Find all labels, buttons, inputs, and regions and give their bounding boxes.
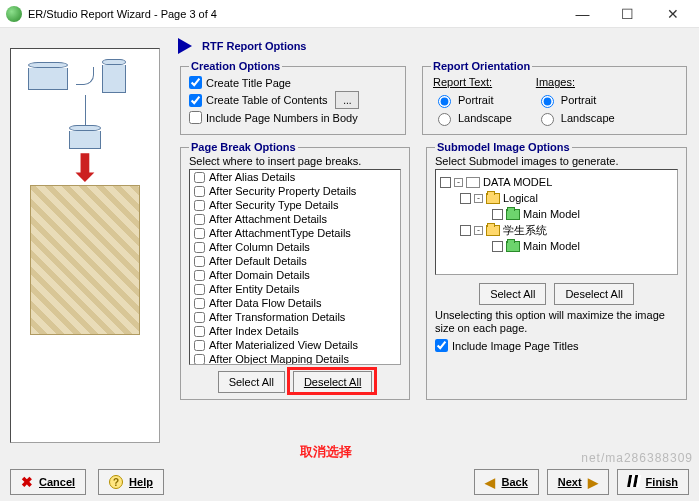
cancel-icon: ✖: [21, 474, 33, 490]
next-arrow-icon: ▶: [588, 475, 598, 490]
maximize-button[interactable]: ☐: [605, 3, 650, 25]
page-break-select-all-button[interactable]: Select All: [218, 371, 285, 393]
page-break-list[interactable]: After Alias DetailsAfter Security Proper…: [189, 169, 401, 365]
submodel-legend: Submodel Image Options: [435, 141, 572, 153]
report-text-label: Report Text:: [433, 76, 512, 88]
titlebar: ER/Studio Report Wizard - Page 3 of 4 — …: [0, 0, 699, 28]
submodel-note: Unselecting this option will maximize th…: [435, 309, 678, 335]
page-title: RTF Report Options: [202, 40, 307, 52]
finish-flag-icon: [626, 475, 640, 489]
page-break-item[interactable]: After Data Flow Details: [190, 296, 400, 310]
submodel-deselect-all-button[interactable]: Deselect All: [554, 283, 633, 305]
help-icon: ?: [109, 475, 123, 489]
report-orientation-group: Report Orientation Report Text: Portrait…: [422, 60, 687, 135]
page-header: RTF Report Options: [178, 38, 689, 54]
create-toc-checkbox[interactable]: Create Table of Contents: [189, 94, 327, 107]
include-page-numbers-checkbox[interactable]: Include Page Numbers in Body: [189, 111, 397, 124]
page-break-legend: Page Break Options: [189, 141, 298, 153]
page-break-item[interactable]: After Domain Details: [190, 268, 400, 282]
submodel-select-all-button[interactable]: Select All: [479, 283, 546, 305]
include-image-titles-input[interactable]: [435, 339, 448, 352]
tree-logical[interactable]: -Logical: [438, 190, 675, 206]
page-break-item[interactable]: After Transformation Details: [190, 310, 400, 324]
page-break-deselect-all-button[interactable]: Deselect All: [293, 371, 372, 393]
include-image-titles-label: nclude Image Page Titles: [455, 340, 579, 352]
orientation-legend: Report Orientation: [431, 60, 532, 72]
cancel-button[interactable]: ✖Cancel: [10, 469, 86, 495]
page-break-item[interactable]: After Alias Details: [190, 170, 400, 184]
include-image-titles-checkbox[interactable]: Include Image Page Titles: [435, 339, 678, 352]
back-button[interactable]: ◀Back: [474, 469, 538, 495]
images-label: Images:: [536, 76, 615, 88]
text-portrait-radio[interactable]: Portrait: [433, 92, 512, 108]
page-break-item[interactable]: After Materialized View Details: [190, 338, 400, 352]
creation-options-group: Creation Options Create Title Page Creat…: [180, 60, 406, 135]
page-break-group: Page Break Options Select where to inser…: [180, 141, 410, 400]
page-break-item[interactable]: After Index Details: [190, 324, 400, 338]
help-button[interactable]: ?Help: [98, 469, 164, 495]
page-break-item[interactable]: After Default Details: [190, 254, 400, 268]
create-toc-input[interactable]: [189, 94, 202, 107]
submodel-image-group: Submodel Image Options Select Submodel i…: [426, 141, 687, 400]
back-arrow-icon: ◀: [485, 475, 495, 490]
finish-button[interactable]: Finish: [617, 469, 689, 495]
images-landscape-radio[interactable]: Landscape: [536, 110, 615, 126]
tree-physical-main[interactable]: Main Model: [438, 238, 675, 254]
arrow-icon: [178, 38, 192, 54]
page-break-item[interactable]: After Column Details: [190, 240, 400, 254]
main-panel: RTF Report Options Creation Options Crea…: [178, 34, 689, 400]
next-button[interactable]: Next▶: [547, 469, 609, 495]
tree-physical[interactable]: -学生系统: [438, 222, 675, 238]
watermark: net/ma286388309: [581, 451, 693, 465]
page-break-item[interactable]: After AttachmentType Details: [190, 226, 400, 240]
tree-root[interactable]: -DATA MODEL: [438, 174, 675, 190]
creation-legend: Creation Options: [189, 60, 282, 72]
create-title-page-checkbox[interactable]: Create Title Page: [189, 76, 397, 89]
window-title: ER/Studio Report Wizard - Page 3 of 4: [28, 8, 560, 20]
images-portrait-radio[interactable]: Portrait: [536, 92, 615, 108]
create-title-page-input[interactable]: [189, 76, 202, 89]
minimize-button[interactable]: —: [560, 3, 605, 25]
annotation-caption: 取消选择: [300, 443, 352, 461]
close-button[interactable]: ✕: [650, 3, 695, 25]
wizard-illustration: ⬇: [10, 48, 160, 443]
page-break-instruction: Select where to insert page breaks.: [189, 155, 401, 167]
toc-options-button[interactable]: ...: [335, 91, 359, 109]
page-break-item[interactable]: After Attachment Details: [190, 212, 400, 226]
submodel-instruction: Select Submodel images to generate.: [435, 155, 678, 167]
app-icon: [6, 6, 22, 22]
page-break-item[interactable]: After Security Type Details: [190, 198, 400, 212]
text-landscape-radio[interactable]: Landscape: [433, 110, 512, 126]
submodel-tree[interactable]: -DATA MODEL -Logical Main Model -学生系统 Ma…: [435, 169, 678, 275]
page-break-item[interactable]: After Object Mapping Details: [190, 352, 400, 365]
page-break-item[interactable]: After Entity Details: [190, 282, 400, 296]
wizard-button-bar: ✖Cancel ?Help ◀Back Next▶ Finish: [10, 469, 689, 495]
include-page-numbers-input[interactable]: [189, 111, 202, 124]
page-break-item[interactable]: After Security Property Details: [190, 184, 400, 198]
tree-logical-main[interactable]: Main Model: [438, 206, 675, 222]
